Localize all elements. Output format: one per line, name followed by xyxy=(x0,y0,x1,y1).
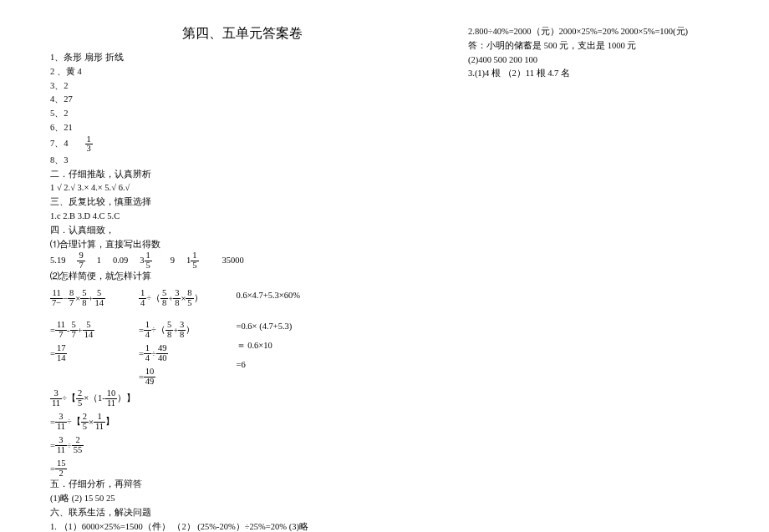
line: 5.19 97 1 0.09 315 9 115 35000 xyxy=(50,251,435,270)
line: 8、3 xyxy=(50,154,435,168)
line: 6、21 xyxy=(50,121,435,135)
text: 1 xyxy=(97,254,101,268)
line: 2.800÷40%=2000（元）2000×25%=20% 2000×5%=10… xyxy=(468,25,719,39)
line: 3、2 xyxy=(50,79,435,94)
equation: 311 ÷【 25 ×（1- 1011 ）】 xyxy=(50,389,435,408)
fraction: 97 xyxy=(77,251,84,270)
line: 7、4 13 xyxy=(50,135,435,154)
equation: = 1714 xyxy=(50,344,105,362)
line: 1. （1）6000×25%=1500（件） （2） (25%-20%）÷25%… xyxy=(50,520,435,532)
section-heading: 五．仔细分析，再辩答 xyxy=(50,478,435,492)
equation: ＝ 0.6×10 xyxy=(237,339,300,353)
equation: = 14 ÷ 4940 xyxy=(139,344,203,362)
equation: =0.6× (4.7+5.3) xyxy=(237,320,300,334)
line: 4、27 xyxy=(50,93,435,107)
text: 5.19 xyxy=(50,254,65,268)
line: 答：小明的储蓄是 500 元，支出是 1000 元 xyxy=(468,39,719,53)
equation: = 14 ÷（ 58 + 38 ） xyxy=(139,321,203,339)
line: ⑴合理计算，直接写出得数 xyxy=(50,238,435,252)
line: 1.c 2.B 3.D 4.C 5.C xyxy=(50,210,435,224)
line: 5、2 xyxy=(50,107,435,121)
equation: = 117 - 57 + 514 xyxy=(50,321,105,339)
equation: = 311 ÷【 25 × 111 】 xyxy=(50,413,435,431)
section-heading: 二．仔细推敲，认真辨析 xyxy=(50,168,435,182)
mixed-number: 115 xyxy=(186,251,199,270)
line: 3.(1)4 根 （2）11 根 4.7 名 xyxy=(468,67,719,81)
calc-block: 311 ÷【 25 ×（1- 1011 ）】 = 311 ÷【 25 × 111… xyxy=(50,389,435,478)
equation: =6 xyxy=(237,358,300,372)
page-title: 第四、五单元答案卷 xyxy=(50,25,435,43)
equation: = 152 xyxy=(50,459,435,478)
section-heading: 四．认真细致， xyxy=(50,224,435,238)
section-heading: 三、反复比较，慎重选择 xyxy=(50,195,435,210)
text: 7、4 xyxy=(50,137,69,151)
line: (1)略 (2) 15 50 25 xyxy=(50,492,435,506)
equation: = 1049 xyxy=(139,367,203,386)
text: 9 xyxy=(171,254,175,268)
line: (2)400 500 200 100 xyxy=(468,53,719,68)
line: 1 √ 2.√ 3.× 4.× 5.√ 6.√ xyxy=(50,181,435,195)
equation: = 311 ÷ 255 xyxy=(50,436,435,454)
line: ⑵怎样简便，就怎样计算 xyxy=(50,270,435,284)
calc-block: 117− − 87 × 58 + 514 = 117 - 57 + 514 = … xyxy=(50,289,435,386)
equation: 14 ÷（ 58 + 38 × 85 ） xyxy=(139,289,203,307)
equation: 0.6×4.7+5.3×60% xyxy=(237,289,300,303)
line: 1、条形 扇形 折线 xyxy=(50,51,435,65)
mixed-number: 315 xyxy=(140,251,152,270)
text: 35000 xyxy=(222,254,244,268)
line: 2 、黄 4 xyxy=(50,65,435,79)
fraction: 13 xyxy=(85,135,93,154)
text: 0.09 xyxy=(113,254,128,268)
equation: 117− − 87 × 58 + 514 xyxy=(50,289,105,307)
section-heading: 六、联系生活，解决问题 xyxy=(50,506,435,520)
